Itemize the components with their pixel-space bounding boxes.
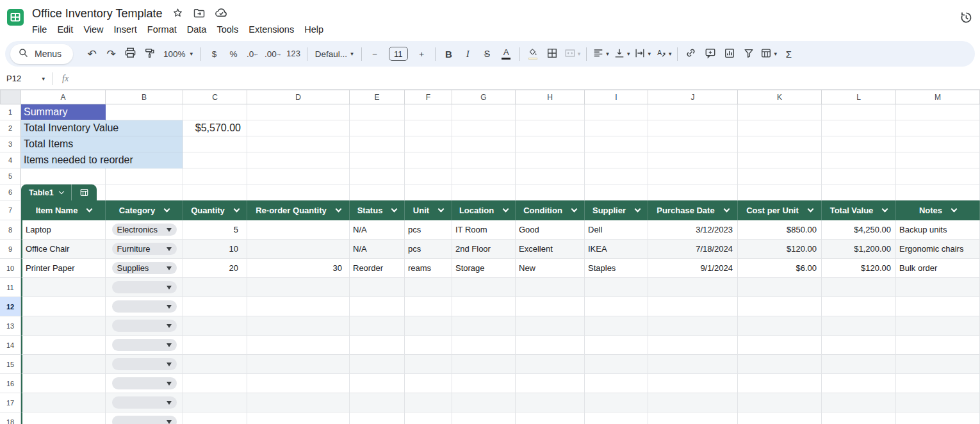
cell[interactable] xyxy=(648,184,738,200)
cell[interactable] xyxy=(350,168,405,184)
decrease-font-size-button[interactable]: − xyxy=(366,45,384,63)
table-header-quantity[interactable]: Quantity xyxy=(183,200,247,220)
menu-help[interactable]: Help xyxy=(299,24,329,35)
cell[interactable] xyxy=(585,355,648,374)
cell[interactable] xyxy=(585,104,648,120)
row-number[interactable]: 7 xyxy=(0,200,21,220)
row-number[interactable]: 18 xyxy=(0,412,21,424)
cell[interactable] xyxy=(822,316,896,336)
cell[interactable]: Electronics xyxy=(106,220,183,240)
cell[interactable]: 3/12/2023 xyxy=(648,220,738,240)
row-number[interactable]: 14 xyxy=(0,336,21,355)
cell[interactable] xyxy=(247,393,350,412)
cell[interactable] xyxy=(896,168,980,184)
cell[interactable] xyxy=(106,278,183,297)
cell[interactable] xyxy=(648,104,738,120)
cell[interactable] xyxy=(648,297,738,316)
cell[interactable] xyxy=(822,393,896,412)
cell[interactable] xyxy=(648,278,738,297)
cell[interactable] xyxy=(896,316,980,336)
cell[interactable] xyxy=(106,316,183,336)
category-chip[interactable]: Furniture xyxy=(112,243,177,255)
cell[interactable] xyxy=(247,355,350,374)
row-number[interactable]: 9 xyxy=(0,240,21,259)
merge-cells-button[interactable]: ▾ xyxy=(562,45,583,63)
cell[interactable] xyxy=(106,297,183,316)
cell[interactable]: $6.00 xyxy=(738,259,822,278)
column-header-i[interactable]: I xyxy=(585,90,648,104)
formula-input[interactable] xyxy=(74,68,980,89)
paint-format-button[interactable] xyxy=(140,45,159,63)
cell[interactable]: IKEA xyxy=(585,240,648,259)
cell[interactable] xyxy=(106,336,183,355)
cell[interactable]: 2nd Floor xyxy=(452,240,516,259)
cell[interactable]: 20 xyxy=(183,259,247,278)
cell[interactable] xyxy=(21,336,106,355)
cell[interactable] xyxy=(21,316,106,336)
cell[interactable] xyxy=(738,374,822,393)
cell[interactable]: Dell xyxy=(585,220,648,240)
cell[interactable] xyxy=(183,168,247,184)
cell[interactable] xyxy=(350,336,405,355)
document-title[interactable]: Office Inventory Template xyxy=(32,7,162,20)
cell[interactable] xyxy=(896,297,980,316)
functions-button[interactable]: Σ xyxy=(780,45,798,63)
name-box[interactable]: P12 ▾ xyxy=(0,74,49,83)
cell[interactable] xyxy=(896,336,980,355)
cell[interactable]: Printer Paper xyxy=(21,259,106,278)
cell[interactable] xyxy=(106,355,183,374)
increase-decimal-button[interactable]: .00→ xyxy=(263,45,284,63)
cell[interactable] xyxy=(585,152,648,168)
cell[interactable]: 30 xyxy=(247,259,350,278)
menu-extensions[interactable]: Extensions xyxy=(243,24,299,35)
table-header-category[interactable]: Category xyxy=(106,200,183,220)
row-number[interactable]: 1 xyxy=(0,104,21,120)
row-number[interactable]: 15 xyxy=(0,355,21,374)
cell[interactable] xyxy=(405,184,452,200)
cell[interactable] xyxy=(738,393,822,412)
cell[interactable]: Reorder xyxy=(350,259,405,278)
cell[interactable] xyxy=(452,168,516,184)
cell[interactable] xyxy=(648,316,738,336)
cell[interactable] xyxy=(896,152,980,168)
cell[interactable] xyxy=(247,104,350,120)
cell[interactable] xyxy=(247,184,350,200)
cell[interactable] xyxy=(350,297,405,316)
text-wrapping-button[interactable]: ▾ xyxy=(632,45,653,63)
summary-label-cell[interactable]: Total Items xyxy=(21,136,183,152)
cell[interactable] xyxy=(452,297,516,316)
text-color-button[interactable]: A xyxy=(497,45,516,63)
cell[interactable] xyxy=(405,297,452,316)
cell[interactable] xyxy=(405,374,452,393)
category-chip[interactable]: Electronics xyxy=(112,224,177,236)
cell[interactable] xyxy=(405,120,452,136)
cell[interactable] xyxy=(247,152,350,168)
cell[interactable]: $850.00 xyxy=(738,220,822,240)
cell[interactable] xyxy=(822,374,896,393)
cell[interactable] xyxy=(452,278,516,297)
column-header-c[interactable]: C xyxy=(183,90,247,104)
cell[interactable] xyxy=(896,278,980,297)
cell[interactable] xyxy=(738,316,822,336)
table-header-cost-per-unit[interactable]: Cost per Unit xyxy=(738,200,822,220)
cell[interactable] xyxy=(738,120,822,136)
row-number[interactable]: 4 xyxy=(0,152,21,168)
cell[interactable] xyxy=(350,120,405,136)
vertical-align-button[interactable]: ▾ xyxy=(612,45,632,63)
cell[interactable] xyxy=(585,168,648,184)
table-header-location[interactable]: Location xyxy=(452,200,516,220)
cell[interactable] xyxy=(350,104,405,120)
borders-button[interactable] xyxy=(543,45,562,63)
category-chip[interactable] xyxy=(112,300,177,313)
cell[interactable] xyxy=(516,184,585,200)
cell[interactable] xyxy=(822,184,896,200)
cell[interactable] xyxy=(738,355,822,374)
cell[interactable] xyxy=(247,136,350,152)
cell[interactable]: N/A xyxy=(350,220,405,240)
category-chip[interactable] xyxy=(112,339,177,351)
cell[interactable] xyxy=(516,152,585,168)
cell[interactable] xyxy=(585,297,648,316)
decrease-decimal-button[interactable]: .0← xyxy=(243,45,262,63)
star-button[interactable] xyxy=(172,7,184,22)
cell[interactable] xyxy=(648,355,738,374)
